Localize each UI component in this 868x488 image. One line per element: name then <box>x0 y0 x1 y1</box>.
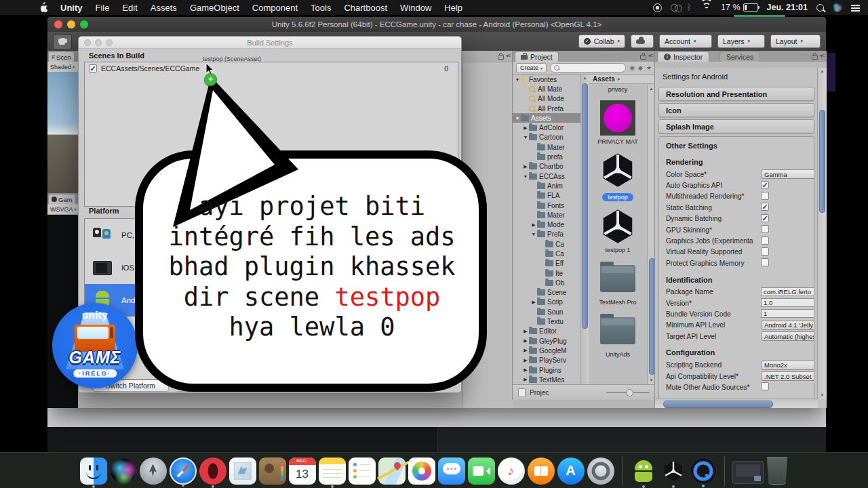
scroll-down-icon[interactable] <box>818 392 827 399</box>
asset-privacy-mat[interactable]: PRIVACY MAT <box>589 98 647 146</box>
panel-menu-icon[interactable]: ▾≡ <box>820 53 825 59</box>
tree-item-favorites[interactable]: ★Favorites <box>513 75 580 84</box>
tree-item-ite[interactable]: Ite <box>513 268 580 278</box>
tree-item-mater[interactable]: Mater <box>513 210 580 220</box>
asset-testpop-1[interactable]: testpop 1 <box>589 207 647 254</box>
tree-item-playserv[interactable]: PlayServ <box>513 356 580 365</box>
menu-item-gameobject[interactable]: GameObject <box>190 3 239 13</box>
tree-item-plugins[interactable]: Plugins <box>513 365 580 375</box>
disclosure-closed-icon[interactable] <box>522 329 529 334</box>
tree-item-fonts[interactable]: Fonts <box>513 201 580 210</box>
zoom-window-icon[interactable] <box>80 20 88 28</box>
account-dropdown[interactable]: Account <box>659 35 712 48</box>
apple-menu-icon[interactable] <box>39 2 48 13</box>
dock-quicktime[interactable] <box>690 458 717 485</box>
disclosure-open-icon[interactable] <box>514 116 521 121</box>
unity-title-bar[interactable]: Unity 5.6.6f2 Personal (64bit) - ECCGame… <box>47 17 826 32</box>
dock-system-preferences[interactable] <box>587 458 614 485</box>
dock-minimized-window[interactable] <box>732 461 764 484</box>
tree-item-prefa[interactable]: Prefa <box>513 230 580 239</box>
dock-maps[interactable] <box>378 458 406 485</box>
tab-scene[interactable]: #Scen <box>49 52 74 62</box>
inspector-vertical-scrollbar[interactable] <box>817 68 827 399</box>
dock-unity[interactable] <box>660 458 687 485</box>
tab-project[interactable]: Project <box>515 52 559 62</box>
tree-item-scrip[interactable]: Scrip <box>513 298 580 307</box>
dock-photos[interactable] <box>408 458 435 485</box>
checkbox[interactable] <box>761 214 769 222</box>
menu-item-help[interactable]: Help <box>444 3 462 13</box>
menu-item-assets[interactable]: Assets <box>151 3 177 13</box>
hand-tool-button[interactable] <box>53 35 72 49</box>
checkbox[interactable] <box>761 225 769 233</box>
dock-android[interactable] <box>630 458 657 485</box>
checkbox[interactable] <box>761 192 769 200</box>
tree-item-all-prefa[interactable]: All Prefa <box>513 104 580 113</box>
disclosure-closed-icon[interactable] <box>522 338 529 344</box>
inspector-horizontal-scrollbar[interactable] <box>655 399 818 408</box>
checkbox[interactable] <box>761 382 769 390</box>
tree-item-editor[interactable]: Editor <box>513 327 580 336</box>
dock-opera[interactable] <box>199 458 226 485</box>
asset-privacy[interactable]: privacy <box>589 85 647 94</box>
dock-launchpad[interactable] <box>140 458 167 485</box>
spotlight-search-icon[interactable] <box>816 4 824 12</box>
layout-dropdown[interactable]: Layout <box>770 35 821 48</box>
wifi-icon[interactable] <box>701 3 712 12</box>
screen-record-icon[interactable] <box>653 3 662 12</box>
disclosure-closed-icon[interactable] <box>522 348 529 353</box>
tree-item-adcolor[interactable]: AdColor <box>513 123 580 132</box>
tree-item-ob[interactable]: Ob <box>513 278 580 287</box>
checkbox[interactable] <box>761 237 769 245</box>
tree-item-ca[interactable]: Ca <box>513 239 580 249</box>
tab-inspector[interactable]: Inspector <box>657 52 709 62</box>
panel-menu-icon[interactable]: ▾≡ <box>648 53 653 59</box>
lock-icon[interactable] <box>812 55 818 60</box>
battery-indicator[interactable]: 17 % <box>721 3 758 12</box>
close-icon[interactable] <box>84 39 91 46</box>
panel-menu-icon[interactable]: ▾≡ <box>506 53 511 59</box>
zoom-icon[interactable] <box>106 39 113 46</box>
dropdown[interactable]: Automatic (highes <box>761 331 814 341</box>
breadcrumb[interactable]: Assets <box>589 75 655 84</box>
dock-reminders[interactable] <box>349 458 376 485</box>
disclosure-closed-icon[interactable] <box>522 358 529 363</box>
tree-item-anim[interactable]: Anim <box>513 181 580 190</box>
tree-item-cartoon[interactable]: Cartoon <box>513 133 580 142</box>
aspect-dropdown[interactable]: WSVGA <box>47 204 78 215</box>
lock-icon[interactable] <box>640 55 646 60</box>
dock-app-store[interactable] <box>557 458 585 485</box>
tree-item-mater[interactable]: Mater <box>513 142 580 152</box>
notification-center-icon[interactable] <box>851 4 860 11</box>
menu-item-tools[interactable]: Tools <box>311 3 331 13</box>
disclosure-open-icon[interactable] <box>522 135 529 140</box>
dock-messages[interactable] <box>438 458 465 485</box>
cloud-services-button[interactable] <box>631 35 654 48</box>
disclosure-open-icon[interactable] <box>522 174 529 179</box>
siri-icon[interactable] <box>833 3 842 12</box>
tree-item-gleyplug[interactable]: GleyPlug <box>513 336 580 346</box>
minimize-window-icon[interactable] <box>67 20 75 28</box>
tab-game[interactable]: Gam <box>49 195 75 204</box>
disclosure-closed-icon[interactable] <box>530 222 537 228</box>
minimize-icon[interactable] <box>95 39 102 46</box>
bluetooth-icon[interactable]: ᛒ <box>687 3 692 12</box>
tab-services[interactable]: Services <box>719 52 760 62</box>
tree-item-eff[interactable]: Eff <box>513 259 580 268</box>
create-button[interactable]: Create <box>516 63 547 73</box>
tree-item-soun[interactable]: Soun <box>513 307 580 317</box>
scrollbar-thumb[interactable] <box>819 110 825 213</box>
dock-siri[interactable] <box>110 458 137 485</box>
scrollbar-thumb[interactable] <box>663 401 773 408</box>
checkbox[interactable] <box>761 258 769 266</box>
menu-item-component[interactable]: Component <box>252 3 298 13</box>
section-splash-image[interactable]: Splash Image <box>658 119 814 134</box>
tree-item-assets[interactable]: Assets <box>513 113 580 123</box>
tree-item-all-mate[interactable]: All Mate <box>513 84 580 94</box>
shaded-dropdown[interactable]: Shaded <box>47 62 78 73</box>
dock-mail[interactable] <box>229 458 256 485</box>
tree-item-prefa[interactable]: prefa <box>513 152 580 161</box>
filter-by-type-icon[interactable]: ◉ <box>629 64 635 71</box>
disclosure-closed-icon[interactable] <box>522 367 529 373</box>
tree-item-chartbo[interactable]: Chartbo <box>513 162 580 171</box>
